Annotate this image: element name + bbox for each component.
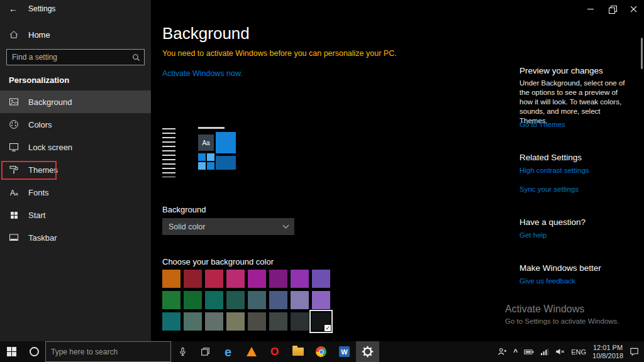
- sidebar-item-taskbar[interactable]: Taskbar: [0, 226, 151, 249]
- color-swatch[interactable]: [184, 270, 202, 288]
- restore-icon: [609, 6, 616, 13]
- color-swatch[interactable]: [291, 312, 309, 331]
- word-icon[interactable]: W: [333, 341, 356, 362]
- home-label: Home: [28, 30, 50, 40]
- color-swatch[interactable]: [291, 270, 309, 288]
- color-swatch[interactable]: [312, 270, 330, 288]
- color-swatch[interactable]: [184, 312, 202, 331]
- tray-time: 12:01 PM: [592, 344, 623, 352]
- high-contrast-settings-link[interactable]: High contrast settings: [519, 167, 589, 174]
- background-settings-page: Background You need to activate Windows …: [151, 18, 644, 341]
- color-swatch[interactable]: [184, 291, 202, 309]
- color-swatch[interactable]: [205, 291, 223, 309]
- choose-color-label: Choose your background color: [162, 257, 274, 266]
- back-icon[interactable]: ←: [9, 4, 18, 14]
- preview-changes-title: Preview your changes: [519, 66, 603, 75]
- cortana-button[interactable]: [23, 341, 45, 362]
- preview-tile: [198, 162, 206, 170]
- language-indicator[interactable]: ENG: [571, 348, 586, 356]
- color-swatch[interactable]: [205, 312, 223, 331]
- start-icon: [9, 210, 19, 220]
- taskbar-search-box[interactable]: [45, 341, 171, 362]
- color-swatch[interactable]: [269, 312, 287, 331]
- volume-muted-icon[interactable]: [555, 348, 565, 356]
- chrome-icon[interactable]: [309, 341, 333, 362]
- network-icon[interactable]: [540, 348, 549, 356]
- taskbar-search-input[interactable]: [46, 348, 170, 356]
- sidebar-item-home[interactable]: Home: [0, 25, 151, 44]
- sidebar-item-fonts[interactable]: Aa Fonts: [0, 181, 151, 204]
- people-icon[interactable]: [497, 347, 507, 356]
- system-tray: ^ ENG 12:01 PM 10/8/2018: [497, 344, 644, 360]
- color-swatch[interactable]: ✓: [312, 312, 330, 331]
- opera-icon[interactable]: O: [263, 341, 286, 362]
- window-controls: [580, 0, 644, 18]
- color-swatch[interactable]: [226, 291, 245, 309]
- activate-windows-link[interactable]: Activate Windows now.: [162, 69, 243, 78]
- start-button[interactable]: [0, 341, 23, 362]
- make-windows-better-title: Make Windows better: [519, 263, 601, 273]
- preview-header-bar: [198, 127, 225, 129]
- give-us-feedback-link[interactable]: Give us feedback: [519, 277, 575, 285]
- sidebar-item-colors[interactable]: Colors: [0, 113, 151, 136]
- preview-changes-description: Under Background, select one of the opti…: [519, 79, 626, 126]
- activate-windows-watermark: Activate Windows Go to Settings to activ…: [505, 304, 619, 325]
- go-to-themes-link[interactable]: Go to Themes: [519, 121, 565, 128]
- task-view-button[interactable]: [194, 341, 216, 362]
- themes-icon: [9, 165, 19, 175]
- color-swatch[interactable]: [248, 291, 266, 309]
- sidebar-section-title: Personalization: [0, 74, 151, 87]
- restore-button[interactable]: [601, 0, 623, 18]
- edge-icon[interactable]: e: [216, 341, 240, 362]
- minimize-button[interactable]: [580, 0, 601, 18]
- color-swatch[interactable]: [312, 291, 330, 309]
- preview-text-lines: [162, 128, 175, 177]
- show-hidden-icons-button[interactable]: ^: [513, 348, 518, 356]
- settings-search-box[interactable]: [6, 49, 145, 65]
- get-help-link[interactable]: Get help: [519, 231, 547, 239]
- close-button[interactable]: [623, 0, 644, 18]
- sidebar-nav: Background Colors Lock screen Themes: [0, 90, 151, 249]
- windows-logo-icon: [7, 347, 16, 356]
- color-swatch[interactable]: [269, 291, 287, 309]
- lock-screen-icon: [9, 142, 19, 152]
- taskbar-icon: [9, 233, 19, 243]
- color-swatch[interactable]: [248, 312, 266, 331]
- home-icon: [9, 30, 19, 40]
- close-icon: [630, 6, 637, 13]
- action-center-icon[interactable]: [630, 347, 639, 356]
- sidebar-item-start[interactable]: Start: [0, 204, 151, 226]
- taskbar: e O W ^ ENG 12:01 PM 10: [0, 341, 644, 362]
- settings-sidebar: ← Settings Home Personalization Backgrou…: [0, 0, 151, 341]
- settings-app-icon[interactable]: [356, 341, 379, 362]
- color-swatch[interactable]: [226, 270, 245, 288]
- background-type-dropdown[interactable]: Solid color: [162, 218, 294, 235]
- color-swatch[interactable]: [248, 270, 266, 288]
- color-swatch[interactable]: [162, 270, 180, 288]
- color-swatch[interactable]: [162, 312, 180, 331]
- color-swatch[interactable]: [226, 312, 245, 331]
- watermark-subtitle: Go to Settings to activate Windows.: [505, 317, 619, 325]
- sidebar-item-background[interactable]: Background: [0, 90, 151, 113]
- sync-your-settings-link[interactable]: Sync your settings: [519, 185, 579, 193]
- color-swatch[interactable]: [205, 270, 223, 288]
- microphone-button[interactable]: [171, 341, 194, 362]
- search-icon[interactable]: [132, 53, 140, 62]
- vlc-icon[interactable]: [240, 341, 263, 362]
- file-explorer-icon[interactable]: [286, 341, 309, 362]
- sidebar-item-lock-screen[interactable]: Lock screen: [0, 136, 151, 158]
- svg-text:a: a: [15, 191, 18, 197]
- color-swatch[interactable]: [162, 291, 180, 309]
- background-preview: Aa: [162, 126, 238, 181]
- color-swatch[interactable]: [269, 270, 287, 288]
- background-dropdown-label: Background: [162, 205, 206, 214]
- preview-tile: [207, 153, 214, 161]
- sidebar-item-themes[interactable]: Themes: [0, 158, 151, 181]
- battery-icon[interactable]: [524, 348, 534, 356]
- preview-tile: [216, 132, 236, 153]
- clock[interactable]: 12:01 PM 10/8/2018: [592, 344, 623, 360]
- color-swatch[interactable]: [291, 291, 309, 309]
- scrollbar-thumb[interactable]: [641, 38, 643, 69]
- settings-search-input[interactable]: [12, 53, 132, 62]
- colors-icon: [9, 119, 19, 129]
